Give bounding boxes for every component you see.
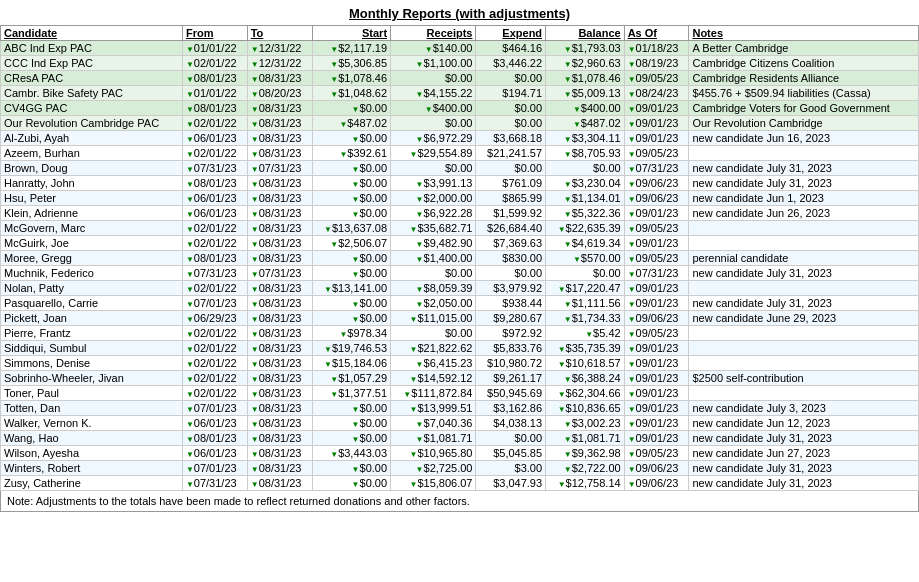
cell-start: ▼$1,078.46 — [312, 71, 391, 86]
table-row: CCC Ind Exp PAC▼02/01/22▼12/31/22▼$5,306… — [1, 56, 919, 71]
cell-value: new candidate July 31, 2023 — [692, 267, 831, 279]
cell-candidate: Nolan, Patty — [1, 281, 183, 296]
cell-balance: ▼$1,078.46 — [546, 71, 625, 86]
cell-value: 09/01/23 — [636, 132, 679, 144]
cell-to: ▼07/31/23 — [247, 266, 312, 281]
cell-expend: $10,980.72 — [476, 356, 546, 371]
green-arrow-icon: ▼ — [251, 450, 259, 459]
cell-value: 02/01/22 — [194, 387, 237, 399]
cell-to: ▼08/31/23 — [247, 116, 312, 131]
cell-value: Hsu, Peter — [4, 192, 56, 204]
cell-notes: new candidate July 31, 2023 — [689, 476, 919, 491]
cell-value: 01/18/23 — [636, 42, 679, 54]
cell-value: 02/01/22 — [194, 342, 237, 354]
cell-value: 08/31/23 — [259, 177, 302, 189]
cell-notes — [689, 236, 919, 251]
cell-asof: ▼08/24/23 — [624, 86, 689, 101]
cell-value: ABC Ind Exp PAC — [4, 42, 92, 54]
cell-value: $1,400.00 — [424, 252, 473, 264]
green-arrow-icon: ▼ — [251, 300, 259, 309]
cell-value: $5,045.85 — [493, 447, 542, 459]
cell-value: CCC Ind Exp PAC — [4, 57, 93, 69]
cell-value: 08/31/23 — [259, 447, 302, 459]
cell-value: 09/01/23 — [636, 342, 679, 354]
cell-value: new candidate July 31, 2023 — [692, 462, 831, 474]
cell-value: new candidate July 31, 2023 — [692, 477, 831, 489]
green-arrow-icon: ▼ — [324, 285, 332, 294]
green-arrow-icon: ▼ — [352, 165, 360, 174]
green-arrow-icon: ▼ — [628, 210, 636, 219]
cell-asof: ▼09/05/23 — [624, 146, 689, 161]
cell-value: Al-Zubi, Ayah — [4, 132, 69, 144]
cell-expend: $972.92 — [476, 326, 546, 341]
green-arrow-icon: ▼ — [251, 255, 259, 264]
cell-balance: $0.00 — [546, 266, 625, 281]
cell-value: Pierre, Frantz — [4, 327, 71, 339]
cell-from: ▼01/01/22 — [182, 41, 247, 56]
cell-value: 08/01/23 — [194, 432, 237, 444]
cell-candidate: Hsu, Peter — [1, 191, 183, 206]
cell-value: Pickett, Joan — [4, 312, 67, 324]
cell-balance: ▼$5,322.36 — [546, 206, 625, 221]
green-arrow-icon: ▼ — [425, 105, 433, 114]
cell-balance: ▼$1,793.03 — [546, 41, 625, 56]
cell-value: 07/31/23 — [636, 162, 679, 174]
cell-value: $3,991.13 — [424, 177, 473, 189]
col-header-balance: Balance — [546, 26, 625, 41]
cell-value: 08/31/23 — [259, 282, 302, 294]
green-arrow-icon: ▼ — [251, 270, 259, 279]
cell-value: 02/01/22 — [194, 357, 237, 369]
cell-from: ▼02/01/22 — [182, 221, 247, 236]
cell-start: ▼$392.61 — [312, 146, 391, 161]
cell-value: $2,117.19 — [338, 42, 387, 54]
cell-from: ▼02/01/22 — [182, 236, 247, 251]
cell-value: $3,668.18 — [493, 132, 542, 144]
cell-value: $5,833.76 — [493, 342, 542, 354]
green-arrow-icon: ▼ — [324, 360, 332, 369]
cell-value: $4,038.13 — [493, 417, 542, 429]
cell-to: ▼08/31/23 — [247, 176, 312, 191]
green-arrow-icon: ▼ — [330, 75, 338, 84]
cell-balance: ▼$6,388.24 — [546, 371, 625, 386]
cell-from: ▼02/01/22 — [182, 371, 247, 386]
cell-value: 02/01/22 — [194, 57, 237, 69]
cell-value: $938.44 — [502, 297, 542, 309]
cell-value: $13,637.08 — [332, 222, 387, 234]
green-arrow-icon: ▼ — [628, 300, 636, 309]
cell-expend: $0.00 — [476, 161, 546, 176]
green-arrow-icon: ▼ — [330, 60, 338, 69]
cell-from: ▼02/01/22 — [182, 281, 247, 296]
cell-receipts: ▼$400.00 — [391, 101, 476, 116]
table-row: CResA PAC▼08/01/23▼08/31/23▼$1,078.46$0.… — [1, 71, 919, 86]
cell-candidate: Totten, Dan — [1, 401, 183, 416]
cell-value: $5,306.85 — [338, 57, 387, 69]
cell-value: $10,836.65 — [566, 402, 621, 414]
green-arrow-icon: ▼ — [352, 300, 360, 309]
green-arrow-icon: ▼ — [628, 60, 636, 69]
cell-value: 08/31/23 — [259, 372, 302, 384]
cell-value: $35,682.71 — [417, 222, 472, 234]
cell-expend: $9,280.67 — [476, 311, 546, 326]
green-arrow-icon: ▼ — [628, 180, 636, 189]
green-arrow-icon: ▼ — [251, 120, 259, 129]
cell-notes: Cambridge Citizens Coalition — [689, 56, 919, 71]
cell-value: $0.00 — [515, 102, 543, 114]
cell-value: Winters, Robert — [4, 462, 80, 474]
cell-start: ▼$978.34 — [312, 326, 391, 341]
cell-asof: ▼09/05/23 — [624, 221, 689, 236]
cell-expend: $0.00 — [476, 431, 546, 446]
cell-value: $0.00 — [360, 207, 388, 219]
cell-value: 08/31/23 — [259, 147, 302, 159]
cell-value: $5,322.36 — [572, 207, 621, 219]
cell-value: $0.00 — [360, 177, 388, 189]
green-arrow-icon: ▼ — [564, 375, 572, 384]
cell-notes: $2500 self-contribution — [689, 371, 919, 386]
cell-value: 07/01/23 — [194, 462, 237, 474]
green-arrow-icon: ▼ — [186, 465, 194, 474]
cell-balance: ▼$1,134.01 — [546, 191, 625, 206]
cell-from: ▼02/01/22 — [182, 116, 247, 131]
cell-value: 09/06/23 — [636, 177, 679, 189]
cell-value: $5,009.13 — [572, 87, 621, 99]
cell-asof: ▼09/01/23 — [624, 236, 689, 251]
cell-notes: new candidate Jun 26, 2023 — [689, 206, 919, 221]
